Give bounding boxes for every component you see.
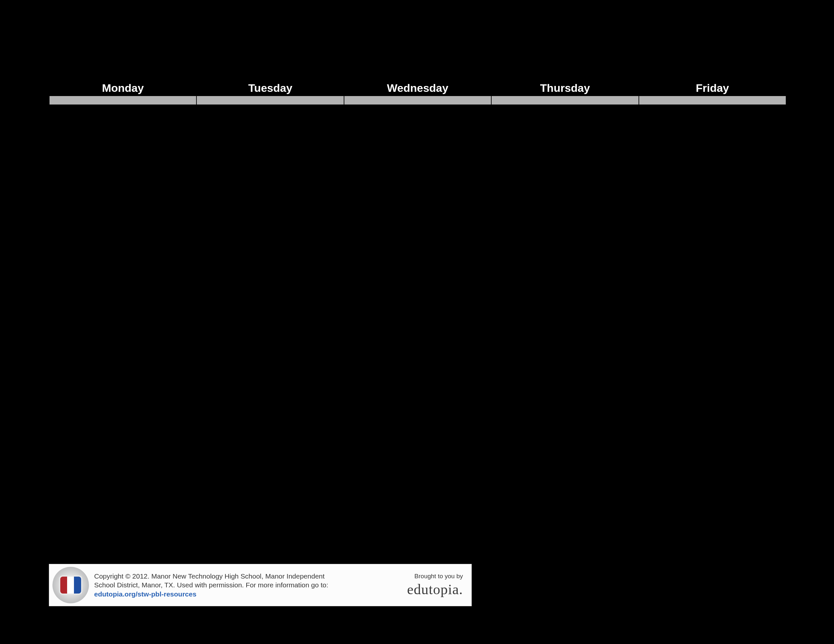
- deliverable-cell: Deliverable Due:: [639, 326, 786, 507]
- teks-cell: TEKS:: [344, 105, 491, 195]
- day-header-tuesday: Tuesday: [196, 80, 344, 96]
- footer-attribution-box: Copyright © 2012. Manor New Technology H…: [49, 564, 472, 606]
- day-header-friday: Friday: [639, 80, 786, 96]
- objective-label: Objective:: [52, 199, 99, 209]
- objective-cell: Objective: By the end of the class perio…: [49, 195, 196, 326]
- deliverable-label: Deliverable Due:: [494, 328, 571, 339]
- date-slot: [639, 96, 786, 105]
- day-label: Friday: [696, 82, 729, 94]
- deliverable-cell: Deliverable Due:: [49, 326, 196, 507]
- deliverable-cell: Deliverable Due:: [196, 326, 344, 507]
- school-seal-icon: [52, 567, 89, 603]
- teks-cell: TEKS:: [49, 105, 196, 195]
- teks-label: TEKS:: [347, 107, 376, 118]
- copyright-line-2: School District, Manor, TX. Used with pe…: [94, 581, 328, 589]
- blank-cell: [491, 54, 638, 80]
- objective-cell: Objective: By the end of the class perio…: [196, 195, 344, 326]
- objective-label: Objective:: [494, 199, 541, 209]
- deliverable-cell: Deliverable Due:: [491, 326, 638, 507]
- title-row: Project Calendar:: [49, 54, 786, 80]
- deliverable-label: Deliverable Due:: [642, 328, 718, 339]
- blank-cell: [639, 54, 786, 80]
- day-label: Monday: [102, 82, 144, 94]
- teks-cell: TEKS:: [639, 105, 786, 195]
- project-calendar-table: Project Calendar: Monday Tuesday Wednesd…: [49, 54, 786, 507]
- day-label: Thursday: [540, 82, 590, 94]
- teks-label: TEKS:: [494, 107, 524, 118]
- objective-label: Objective:: [199, 199, 247, 209]
- brand-block: Brought to you by edutopia.: [407, 573, 468, 598]
- day-label: Tuesday: [248, 82, 292, 94]
- document-page: Project Calendar: Monday Tuesday Wednesd…: [0, 0, 834, 644]
- copyright-line-1: Copyright © 2012. Manor New Technology H…: [94, 572, 325, 580]
- copyright-block: Copyright © 2012. Manor New Technology H…: [89, 572, 407, 599]
- day-label: Wednesday: [387, 82, 448, 94]
- resource-link[interactable]: edutopia.org/stw-pbl-resources: [94, 590, 196, 598]
- blank-cell: [344, 54, 491, 80]
- objective-row: Objective: By the end of the class perio…: [49, 195, 786, 326]
- day-header-monday: Monday: [49, 80, 196, 96]
- objective-cell: Objective: By the end of the class perio…: [491, 195, 638, 326]
- date-slot: [344, 96, 491, 105]
- objective-label: Objective:: [347, 199, 394, 209]
- date-slot: [196, 96, 344, 105]
- objective-cell: Objective: By the end of the class perio…: [344, 195, 491, 326]
- day-header-wednesday: Wednesday: [344, 80, 491, 96]
- blank-cell: [196, 54, 344, 80]
- teks-label: TEKS:: [642, 107, 671, 118]
- teks-label: TEKS:: [199, 107, 229, 118]
- teks-label: TEKS:: [52, 107, 81, 118]
- day-header-row: Monday Tuesday Wednesday Thursday Friday: [49, 80, 786, 96]
- deliverable-cell: Deliverable Due:: [344, 326, 491, 507]
- teks-row: TEKS: TEKS: TEKS: TEKS: TEKS:: [49, 105, 786, 195]
- date-subheader-row: [49, 96, 786, 105]
- teks-cell: TEKS:: [491, 105, 638, 195]
- date-slot: [491, 96, 638, 105]
- brought-to-you-label: Brought to you by: [407, 573, 463, 580]
- date-slot: [49, 96, 196, 105]
- deliverable-label: Deliverable Due:: [52, 328, 129, 339]
- edutopia-logo: edutopia.: [407, 581, 463, 598]
- deliverable-label: Deliverable Due:: [347, 328, 423, 339]
- calendar-title: Project Calendar:: [74, 56, 171, 70]
- objective-cell: Objective: By the end of the class perio…: [639, 195, 786, 326]
- day-header-thursday: Thursday: [491, 80, 638, 96]
- teks-cell: TEKS:: [196, 105, 344, 195]
- calendar-title-cell: Project Calendar:: [49, 54, 196, 80]
- objective-label: Objective:: [642, 199, 689, 209]
- deliverable-row: Deliverable Due: Deliverable Due: Delive…: [49, 326, 786, 507]
- deliverable-label: Deliverable Due:: [199, 328, 276, 339]
